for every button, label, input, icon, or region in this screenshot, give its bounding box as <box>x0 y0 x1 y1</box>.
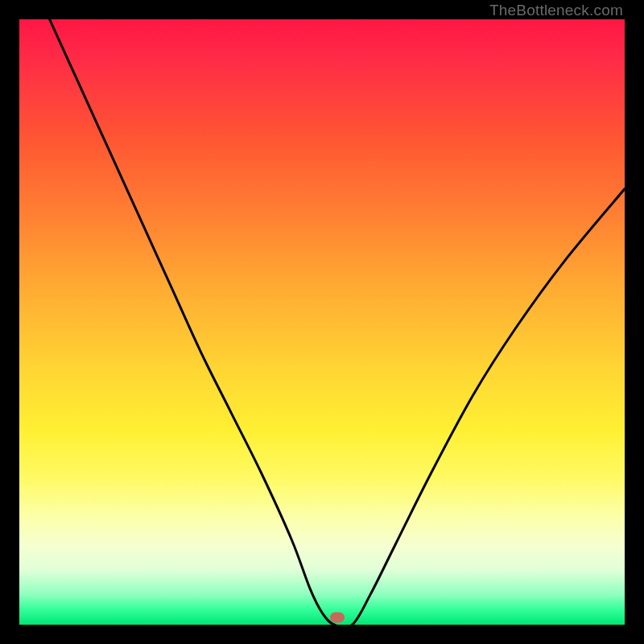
bottleneck-curve-path <box>50 19 625 625</box>
optimal-point-marker <box>330 612 345 622</box>
watermark-text: TheBottleneck.com <box>489 2 623 19</box>
plot-area <box>19 19 625 625</box>
curve-svg <box>19 19 625 625</box>
chart-container: TheBottleneck.com <box>0 0 644 644</box>
